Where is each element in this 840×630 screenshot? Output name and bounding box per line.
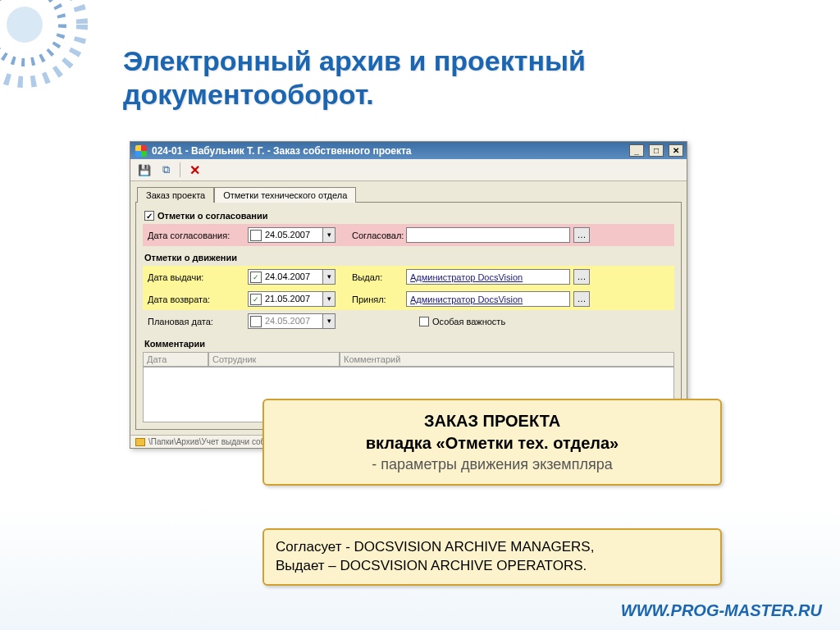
comments-group-label: Комментарии	[143, 337, 674, 352]
approval-checkbox[interactable]: ✓	[144, 211, 154, 221]
comments-table-header: Дата Сотрудник Комментарий	[143, 352, 674, 367]
return-date-dropdown-icon[interactable]: ▾	[322, 292, 335, 306]
svg-point-1	[0, 0, 62, 62]
tabs-row: Заказ проекта Отметки технического отдел…	[130, 181, 687, 202]
accepted-by-label: Принял:	[339, 294, 403, 304]
svg-point-0	[0, 0, 82, 82]
copy-icon[interactable]: ⧉	[158, 162, 173, 177]
decorative-swirl	[0, 0, 131, 131]
issued-row: Дата выдачи: ✓ 24.04.2007 ▾ Выдал: Админ…	[143, 266, 674, 288]
callout2-line2: Выдает – DOCSVISION ARCHIVE OPERATORS.	[276, 557, 709, 576]
issued-date-dropdown-icon[interactable]: ▾	[322, 270, 335, 284]
approval-date-field[interactable]: 24.05.2007 ▾	[248, 227, 336, 243]
approver-input[interactable]	[406, 227, 570, 243]
callout-roles: Согласует - DOCSVISION ARCHIVE MANAGERS,…	[262, 528, 722, 586]
col-employee[interactable]: Сотрудник	[208, 352, 340, 367]
planned-date-label: Плановая дата:	[148, 317, 244, 326]
tab-order[interactable]: Заказ проекта	[137, 187, 214, 203]
movement-group-text: Отметки о движении	[144, 253, 237, 262]
movement-group-label: Отметки о движении	[143, 251, 674, 266]
titlebar: 024-01 - Вабульник Т. Г. - Заказ собстве…	[130, 142, 687, 159]
svg-point-2	[7, 7, 43, 43]
accepted-by-input[interactable]: Администратор DocsVision	[406, 291, 570, 307]
footer-url: WWW.PROG-MASTER.RU	[621, 601, 822, 620]
issued-date-field[interactable]: ✓ 24.04.2007 ▾	[248, 269, 336, 285]
maximize-button[interactable]: □	[649, 144, 664, 157]
approval-date-value: 24.05.2007	[263, 228, 322, 242]
planned-date-value: 24.05.2007	[263, 314, 322, 328]
return-date-field[interactable]: ✓ 21.05.2007 ▾	[248, 291, 336, 307]
planned-row: Плановая дата: 24.05.2007 ▾ Особая важно…	[143, 310, 674, 332]
approver-browse-button[interactable]: …	[573, 227, 590, 243]
approver-label: Согласовал:	[339, 231, 403, 240]
callout1-line1: ЗАКАЗ ПРОЕКТА	[277, 410, 707, 432]
planned-date-check-icon[interactable]	[250, 316, 262, 327]
form-body: ✓ Отметки о согласовании Дата согласован…	[135, 202, 682, 430]
callout-tab-description: ЗАКАЗ ПРОЕКТА вкладка «Отметки тех. отде…	[262, 399, 722, 486]
callout2-line1: Согласует - DOCSVISION ARCHIVE MANAGERS,	[276, 538, 709, 557]
issued-by-input[interactable]: Администратор DocsVision	[406, 269, 570, 285]
return-date-label: Дата возврата:	[148, 294, 244, 304]
approval-date-label: Дата согласования:	[148, 231, 244, 240]
issued-date-value: 24.04.2007	[263, 270, 322, 284]
callout1-line2: вкладка «Отметки тех. отдела»	[277, 432, 707, 454]
return-date-value: 21.05.2007	[263, 292, 322, 306]
approval-group-label: ✓ Отметки о согласовании	[143, 209, 674, 224]
save-icon[interactable]: 💾	[137, 162, 152, 177]
issued-by-browse-button[interactable]: …	[573, 269, 590, 285]
planned-date-dropdown-icon[interactable]: ▾	[322, 314, 335, 328]
toolbar: 💾 ⧉ ✕	[130, 159, 687, 181]
priority-label: Особая важность	[432, 317, 505, 326]
slide-title: Электронный архив и проектный документоо…	[123, 44, 840, 112]
comments-group-text: Комментарии	[144, 339, 205, 349]
minimize-button[interactable]: _	[629, 144, 644, 157]
priority-checkbox[interactable]	[419, 317, 429, 326]
issued-by-label: Выдал:	[339, 272, 403, 282]
approval-date-dropdown-icon[interactable]: ▾	[322, 228, 335, 242]
approval-date-row: Дата согласования: 24.05.2007 ▾ Согласов…	[143, 224, 674, 246]
tab-tech-dept-marks[interactable]: Отметки технического отдела	[214, 187, 356, 203]
approval-group-text: Отметки о согласовании	[158, 211, 268, 221]
folder-icon	[135, 438, 145, 446]
close-button[interactable]: ✕	[669, 144, 683, 157]
toolbar-separator	[180, 162, 180, 177]
approval-date-check-icon[interactable]	[250, 230, 262, 241]
col-date[interactable]: Дата	[143, 352, 208, 367]
app-icon	[135, 145, 147, 157]
issued-date-label: Дата выдачи:	[148, 272, 244, 282]
callout1-line3: - параметры движения экземпляра	[277, 454, 707, 474]
delete-icon[interactable]: ✕	[187, 162, 202, 177]
window-title-text: 024-01 - Вабульник Т. Г. - Заказ собстве…	[152, 145, 412, 157]
planned-date-field[interactable]: 24.05.2007 ▾	[248, 313, 336, 329]
return-date-check-icon[interactable]: ✓	[250, 294, 262, 305]
col-comment[interactable]: Комментарий	[340, 352, 674, 367]
accepted-by-browse-button[interactable]: …	[573, 291, 590, 307]
issued-date-check-icon[interactable]: ✓	[250, 272, 262, 283]
return-row: Дата возврата: ✓ 21.05.2007 ▾ Принял: Ад…	[143, 288, 674, 310]
